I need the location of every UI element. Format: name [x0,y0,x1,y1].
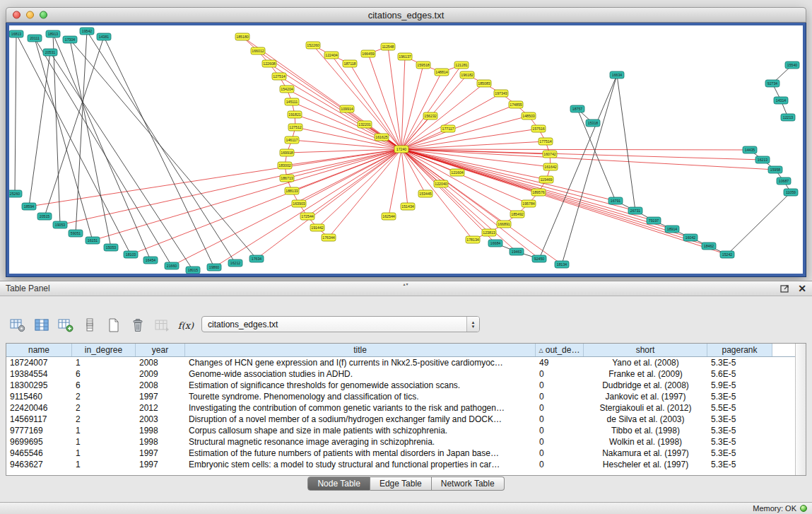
graph-node[interactable]: 156232 [423,112,437,119]
column-header-name[interactable]: name [6,344,72,356]
graph-node[interactable]: 122040 [434,180,448,187]
graph-node[interactable]: 154204 [280,86,294,93]
column-header-in_degree[interactable]: in_degree [72,344,136,356]
table-selector-dropdown[interactable]: citations_edges.txt ▲▼ [201,316,480,332]
graph-node[interactable]: 185492 [510,211,524,218]
graph-node[interactable]: 17240 [394,146,408,153]
graph-node[interactable]: 121604 [450,169,464,176]
column-header-out_degree[interactable]: △out_de… [536,344,584,356]
graph-node[interactable]: 17304 [63,36,77,43]
graph-node[interactable]: 188133 [285,187,299,194]
graph-node[interactable]: 20111 [28,35,42,42]
graph-node[interactable]: 20515 [37,213,52,220]
delete-table-button[interactable] [129,316,147,334]
graph-node[interactable]: 10687 [777,177,791,185]
graph-node[interactable]: 18103 [124,251,138,258]
close-panel-button[interactable]: ✕ [798,284,806,293]
graph-node[interactable]: 163903 [292,200,306,207]
graph-node[interactable]: 25260 [9,190,22,197]
graph-node[interactable]: 14314 [774,97,788,104]
graph-node[interactable]: 183002 [278,162,292,169]
graph-node[interactable]: 196182 [460,71,474,78]
graph-node[interactable]: 162544 [382,213,396,220]
column-header-pagerank[interactable]: pagerank [707,344,772,356]
close-window-button[interactable] [13,11,20,19]
graph-node[interactable]: 191442 [310,224,324,231]
graph-node[interactable]: 15540 [785,62,799,69]
graph-node[interactable]: 177514 [539,138,553,145]
memory-indicator-icon[interactable] [800,505,807,512]
float-panel-button[interactable] [780,284,789,293]
table-row[interactable]: 2242004622012Investigating the contribut… [6,402,795,414]
graph-node[interactable]: 187118 [343,60,357,67]
graph-node[interactable]: 17634 [249,255,264,262]
column-header-short[interactable]: short [584,344,707,356]
graph-node[interactable]: 153445 [418,190,433,197]
graph-node[interactable]: 166012 [251,47,265,54]
graph-node[interactable]: 21660 [165,262,179,269]
graph-node[interactable]: 166891 [497,221,511,228]
table-row[interactable]: 1938455462009Genome-wide association stu… [6,368,795,380]
graph-node[interactable]: 20531 [43,49,57,56]
graph-node[interactable]: 16813 [9,30,23,37]
graph-node[interactable]: 146117 [285,136,299,144]
graph-node[interactable]: 123813 [482,229,496,236]
table-mode-button[interactable] [8,316,27,334]
graph-node[interactable]: 18462 [702,243,716,250]
graph-node[interactable]: 109914 [340,105,354,112]
table-row[interactable]: 946554611997Estimation of the future num… [6,448,795,459]
function-builder-button[interactable]: f(x) [177,316,195,334]
graph-node[interactable]: 145111 [285,98,299,105]
graph-node[interactable]: 14381 [97,33,111,40]
graph-node[interactable]: 112548 [381,43,395,50]
zoom-window-button[interactable] [40,11,47,19]
graph-node[interactable]: 79197 [647,217,661,224]
graph-node[interactable]: 16212 [228,259,242,267]
column-header-title[interactable]: title [185,344,536,356]
table-row[interactable]: 1456911722003Disruption of a novel membe… [6,414,795,425]
graph-node[interactable]: 19542 [80,28,94,35]
tab-network-table[interactable]: Network Table [432,477,505,491]
graph-node[interactable]: 92734 [765,80,779,87]
minimize-window-button[interactable] [26,11,34,19]
graph-node[interactable]: 16454 [143,257,158,264]
graph-node[interactable]: 15318 [586,119,600,127]
graph-node[interactable]: 16791 [608,197,623,204]
graph-node[interactable]: 132201 [358,121,372,128]
graph-node[interactable]: 174855 [509,101,523,108]
graph-node[interactable]: 16151 [86,237,100,244]
window-titlebar[interactable]: citations_edges.txt [6,7,806,23]
graph-node[interactable]: 18015 [186,267,200,274]
graph-node[interactable]: 166459 [361,50,375,57]
graph-node[interactable]: 15053 [104,244,118,251]
graph-node[interactable]: 16213 [755,156,770,163]
graph-node[interactable]: 161642 [543,163,558,170]
graph-node[interactable]: 172544 [300,213,314,220]
graph-node[interactable]: 127514 [272,73,286,80]
tab-node-table[interactable]: Node Table [307,477,370,491]
graph-node[interactable]: 18757 [570,105,584,112]
graph-node[interactable]: 189576 [531,189,546,196]
table-vertical-scrollbar[interactable] [795,344,806,475]
graph-node[interactable]: 169918 [280,149,294,156]
network-graph[interactable]: 1724018518016601212260812751415420414511… [9,25,803,274]
graph-node[interactable]: 177117 [441,125,455,132]
graph-node[interactable]: 18914 [665,226,679,233]
table-row[interactable]: 946362711997Embryonic stem cells: a mode… [6,459,795,470]
new-table-button[interactable] [105,316,123,334]
graph-node[interactable]: 59051 [69,230,83,237]
graph-node[interactable]: 115469 [539,176,553,183]
table-row[interactable]: 1830029562008Estimation of significance … [6,380,795,391]
split-pane-handle[interactable]: ▴▾ [401,281,412,286]
graph-node[interactable]: 19463 [510,248,524,255]
graph-node[interactable]: 122404 [324,52,339,59]
table-rows-button[interactable] [81,316,99,334]
graph-node[interactable]: 185180 [235,33,249,40]
graph-node[interactable]: 159518 [416,62,430,69]
graph-node[interactable]: 16634 [610,71,624,78]
table-row[interactable]: 1872400712008Changes of HCN gene express… [6,357,795,368]
graph-node[interactable]: 151434 [401,203,415,210]
graph-node[interactable]: 16684 [488,240,502,247]
graph-node[interactable]: 152260 [306,42,320,49]
graph-node[interactable]: 195784 [522,200,536,207]
